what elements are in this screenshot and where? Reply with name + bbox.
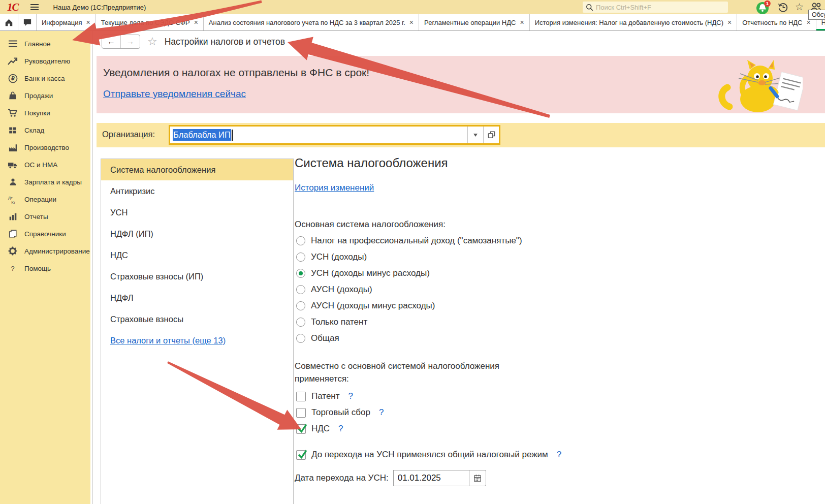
tax-section-item[interactable]: Система налогообложения [101, 159, 293, 180]
checkbox-label: Патент [311, 391, 340, 401]
tab-close-icon[interactable]: × [86, 19, 90, 26]
sidebar-item-отчеты[interactable]: Отчеты [0, 208, 90, 225]
radio-button[interactable] [296, 318, 305, 327]
radio-button[interactable] [296, 301, 305, 310]
radio-option[interactable]: АУСН (доходы минус расходы) [295, 298, 815, 314]
sidebar-item-справочники[interactable]: Справочники [0, 225, 90, 242]
checkbox-option[interactable]: Торговый сбор? [295, 404, 815, 421]
history-icon[interactable] [777, 2, 789, 13]
tab-close-icon[interactable]: × [409, 19, 414, 26]
tab[interactable]: Текущие дела по СЭДО СФР× [96, 14, 204, 30]
tab-label: Текущие дела по СЭДО СФР [101, 19, 190, 26]
pre-usn-checkbox[interactable] [296, 450, 306, 460]
checkbox[interactable] [296, 392, 306, 401]
sidebar-item-банк-и-касса[interactable]: ₽Банк и касса [0, 70, 90, 87]
bag-icon [8, 91, 18, 101]
help-link[interactable]: ? [338, 424, 343, 434]
tab[interactable]: Анализ состояния налогового учета по НДС… [204, 14, 419, 30]
books-icon [8, 229, 18, 238]
tab[interactable]: Регламентные операции НДС× [419, 14, 530, 30]
radio-label: АУСН (доходы) [311, 285, 372, 295]
organization-dropdown-button[interactable] [467, 127, 483, 143]
sidebar-item-производство[interactable]: Производство [0, 139, 90, 156]
checkbox-option[interactable]: НДС? [295, 421, 815, 437]
sidebar-item-продажи[interactable]: Продажи [0, 87, 90, 104]
home-tab[interactable] [0, 14, 18, 30]
radio-option[interactable]: Налог на профессиональный доход ("самоза… [295, 233, 815, 249]
favorites-star-icon[interactable]: ☆ [795, 2, 804, 12]
radio-label: АУСН (доходы минус расходы) [311, 301, 435, 311]
radio-button[interactable] [296, 269, 305, 278]
tax-section-item[interactable]: НДФЛ [101, 287, 293, 308]
help-link[interactable]: ? [348, 391, 353, 401]
radio-button[interactable] [296, 236, 305, 245]
radio-label: Только патент [311, 317, 367, 327]
radio-option[interactable]: Общая [295, 330, 815, 346]
hamburger-icon[interactable] [30, 4, 39, 11]
sidebar-item-ос-и-нма[interactable]: ОС и НМА [0, 156, 90, 173]
radio-option[interactable]: УСН (доходы) [295, 249, 815, 265]
tax-section-item[interactable]: НДС [101, 244, 293, 266]
radio-option[interactable]: УСН (доходы минус расходы) [295, 265, 815, 281]
calendar-button[interactable] [469, 470, 486, 486]
global-search[interactable] [583, 2, 728, 13]
checkbox[interactable] [296, 408, 306, 418]
radio-button[interactable] [296, 334, 305, 343]
send-notifications-link[interactable]: Отправьте уведомления сейчас [103, 88, 246, 100]
help-link[interactable]: ? [379, 407, 384, 418]
tab[interactable]: История изменения: Налог на добавленную … [530, 14, 738, 30]
forward-button[interactable]: → [121, 35, 140, 48]
organization-bar: Организация: Блаблабла ИП [97, 123, 825, 147]
pre-usn-checkbox-row[interactable]: До перехода на УСН применялся общий нало… [295, 446, 815, 463]
sidebar-item-руководителю[interactable]: Руководителю [0, 52, 90, 70]
tab-close-icon[interactable]: × [727, 19, 732, 26]
sidebar-item-администрирование[interactable]: Администрирование [0, 242, 90, 260]
sidebar-item-label: Главное [24, 40, 51, 48]
sidebar-item-зарплата-и-кадры[interactable]: Зарплата и кадры [0, 173, 90, 191]
sidebar-item-помощь[interactable]: ?Помощь [0, 260, 90, 277]
date-input[interactable] [393, 470, 469, 486]
radio-option[interactable]: АУСН (доходы) [295, 281, 815, 298]
tax-section-label: Страховые взносы [110, 314, 183, 324]
tax-section-item[interactable]: Антикризис [101, 180, 293, 202]
tab-close-icon[interactable]: × [520, 19, 524, 26]
search-input[interactable] [596, 4, 725, 11]
favorite-star-icon[interactable]: ☆ [147, 35, 157, 48]
sidebar-item-склад[interactable]: Склад [0, 121, 90, 139]
tax-section-label: УСН [110, 208, 128, 217]
radio-button[interactable] [296, 253, 305, 262]
tax-section-label: Страховые взносы (ИП) [110, 272, 203, 281]
tab-close-icon[interactable]: × [194, 19, 198, 26]
sidebar-item-label: Банк и касса [24, 75, 65, 82]
truck-icon [8, 161, 18, 169]
sidebar-item-label: Производство [24, 144, 69, 151]
back-button[interactable]: ← [102, 35, 121, 48]
bell-icon[interactable]: 1 [756, 0, 771, 15]
radio-button[interactable] [296, 285, 305, 294]
tax-section-item[interactable]: УСН [101, 202, 293, 223]
tab-label: Анализ состояния налогового учета по НДС… [209, 19, 405, 26]
tax-section-item[interactable]: Страховые взносы (ИП) [101, 266, 293, 287]
radio-option[interactable]: Только патент [295, 314, 815, 330]
all-taxes-link-row[interactable]: Все налоги и отчеты (еще 13) [101, 330, 293, 351]
sidebar-item-главное[interactable]: Главное [0, 35, 90, 52]
tab[interactable]: Отчетность по НДС× [737, 14, 816, 30]
organization-input[interactable]: Блаблабла ИП [169, 125, 500, 145]
help-link[interactable]: ? [557, 450, 561, 460]
sidebar-item-покупки[interactable]: Покупки [0, 104, 90, 121]
radio-label: Налог на профессиональный доход ("самоза… [311, 236, 522, 246]
all-taxes-link[interactable]: Все налоги и отчеты (еще 13) [110, 336, 226, 345]
tax-system-radios: Налог на профессиональный доход ("самоза… [295, 233, 815, 346]
tab-close-icon[interactable]: × [807, 19, 811, 26]
tab[interactable]: Информация× [37, 14, 96, 30]
tax-section-item[interactable]: НДФЛ (ИП) [101, 223, 293, 244]
gear-icon [8, 246, 18, 256]
sidebar-item-операции[interactable]: ДтКтОперации [0, 191, 90, 208]
checkbox-option[interactable]: Патент? [295, 388, 815, 404]
organization-label: Организация: [102, 130, 155, 139]
chat-tab[interactable] [18, 14, 37, 30]
organization-open-button[interactable] [483, 127, 499, 143]
checkbox[interactable] [296, 424, 306, 434]
history-link[interactable]: История изменений [295, 183, 374, 193]
tax-section-item[interactable]: Страховые взносы [101, 308, 293, 330]
